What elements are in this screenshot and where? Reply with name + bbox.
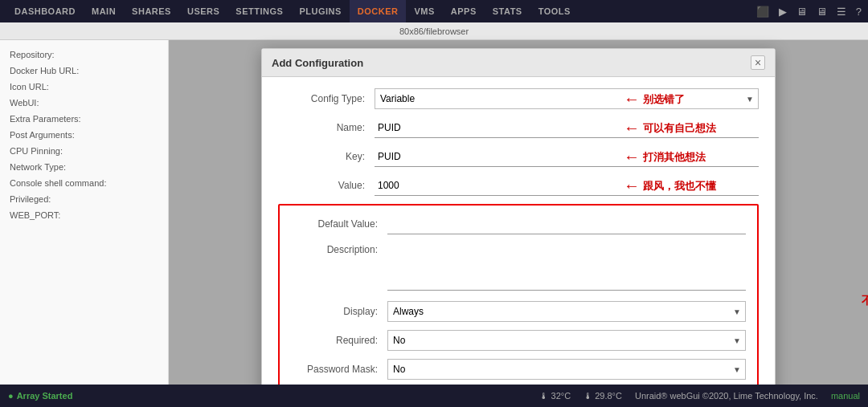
status-right: 🌡 32°C 🌡 29.8°C Unraid® webGui ©2020, Li… [539,391,860,401]
description-control [387,242,746,293]
modal-body: Config Type: Variable Port Path Device ▼ [262,77,775,407]
password-mask-select-wrap: No Yes ▼ [387,359,746,380]
menu-icon[interactable]: ☰ [837,6,846,18]
flash-icon[interactable]: ⬛ [756,6,769,18]
default-value-label: Default Value: [291,218,387,230]
value-label: Value: [278,180,375,191]
name-control [375,117,759,138]
breadcrumb: 80x86/filebrowser [0,22,868,40]
nav-main[interactable]: MAIN [84,0,124,22]
password-mask-label: Password Mask: [291,364,387,375]
config-type-select[interactable]: Variable Port Path Device [375,88,759,109]
modal-close-button[interactable]: × [751,55,765,70]
name-label: Name: [278,122,375,133]
config-type-label: Config Type: [278,93,375,104]
sidebar-console-shell: Console shell command: [0,175,168,191]
display-select-wrap: Always Advanced Never ▼ [387,301,746,322]
config-type-row: Config Type: Variable Port Path Device ▼ [278,88,759,109]
sidebar-repository: Repository: [0,47,168,63]
modal-title: Add Configuration [272,57,363,69]
name-input[interactable] [375,117,759,138]
default-value-row: Default Value: [291,214,746,234]
description-row: Description: [291,242,746,293]
name-row: Name: ← 可以有自己想法 [278,117,759,138]
top-navigation: DASHBOARD MAIN SHARES USERS SETTINGS PLU… [0,0,868,22]
default-value-input[interactable] [387,214,746,234]
manual-link[interactable]: manual [831,391,860,401]
sidebar-docker-hub-url: Docker Hub URL: [0,63,168,79]
sidebar-post-arguments: Post Arguments: [0,127,168,143]
nav-apps[interactable]: APPS [443,0,485,22]
nav-right-icons: ⬛ ▶ 🖥 🖥 ☰ ? [756,6,862,18]
value-control [375,175,759,196]
nav-users[interactable]: USERS [179,0,227,22]
annotation-default: 不会就默认 [862,294,868,307]
value-row: Value: ← 跟风，我也不懂 [278,175,759,196]
key-row: Key: ← 打消其他想法 [278,146,759,167]
display-label: Display: [291,306,387,317]
status-bar: Array Started 🌡 32°C 🌡 29.8°C Unraid® we… [0,385,868,407]
key-control [375,146,759,167]
description-textarea[interactable] [387,242,746,291]
value-input[interactable] [375,175,759,196]
key-input[interactable] [375,146,759,167]
red-outlined-section: Default Value: Description: [278,204,759,397]
nav-settings[interactable]: SETTINGS [227,0,291,22]
nav-shares[interactable]: SHARES [124,0,179,22]
sidebar-cpu-pinning: CPU Pinning: [0,143,168,159]
config-type-select-wrap: Variable Port Path Device ▼ [375,88,759,109]
help-icon[interactable]: ? [856,6,862,18]
breadcrumb-text: 80x86/filebrowser [399,26,469,36]
key-label: Key: [278,151,375,162]
sidebar-webui: WebUI: [0,95,168,111]
nav-links: DASHBOARD MAIN SHARES USERS SETTINGS PLU… [6,0,579,22]
display-control: Always Advanced Never ▼ [387,301,746,322]
display-icon[interactable]: 🖥 [817,6,827,18]
nav-dashboard[interactable]: DASHBOARD [6,0,84,22]
copyright-text: Unraid® webGui ©2020, Lime Technology, I… [635,391,818,401]
required-select[interactable]: No Yes [387,330,746,351]
main-layout: Repository: Docker Hub URL: Icon URL: We… [0,40,868,385]
nav-stats[interactable]: STATS [485,0,530,22]
display-row: Display: Always Advanced Never ▼ [291,301,746,322]
required-select-wrap: No Yes ▼ [387,330,746,351]
nav-vms[interactable]: VMS [406,0,442,22]
sidebar: Repository: Docker Hub URL: Icon URL: We… [0,40,169,385]
temp1: 🌡 32°C [539,391,571,401]
password-mask-select[interactable]: No Yes [387,359,746,380]
nav-docker[interactable]: DOCKER [350,0,407,22]
nav-plugins[interactable]: PLUGINS [291,0,349,22]
display-select[interactable]: Always Advanced Never [387,301,746,322]
terminal-icon[interactable]: ▶ [779,6,787,18]
add-configuration-modal: Add Configuration × Config Type: Variabl… [261,48,776,407]
required-row: Required: No Yes ▼ [291,330,746,351]
required-label: Required: [291,335,387,346]
sidebar-web-port: WEB_PORT: [0,207,168,223]
sidebar-privileged: Privileged: [0,191,168,207]
config-type-control: Variable Port Path Device ▼ [375,88,759,109]
modal-overlay: Add Configuration × Config Type: Variabl… [169,40,868,385]
modal-header: Add Configuration × [262,49,775,77]
sidebar-network-type: Network Type: [0,159,168,175]
sidebar-extra-parameters: Extra Parameters: [0,111,168,127]
monitor-icon[interactable]: 🖥 [796,6,807,18]
temp2: 🌡 29.8°C [583,391,622,401]
main-content: Add Configuration × Config Type: Variabl… [169,40,868,385]
default-value-control [387,214,746,234]
array-status: Array Started [8,391,72,401]
password-mask-row: Password Mask: No Yes ▼ [291,359,746,380]
required-control: No Yes ▼ [387,330,746,351]
sidebar-icon-url: Icon URL: [0,79,168,95]
description-label: Description: [291,242,387,255]
nav-tools[interactable]: TOOLS [530,0,579,22]
password-mask-control: No Yes ▼ [387,359,746,380]
